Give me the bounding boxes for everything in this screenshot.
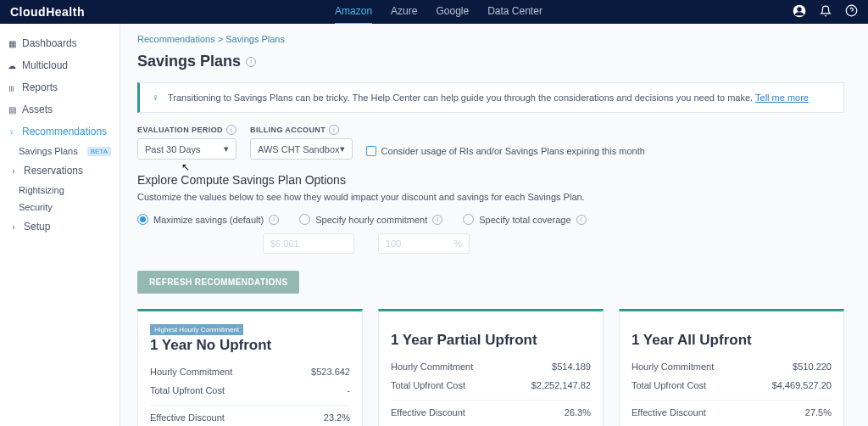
sidebar-item-rightsizing[interactable]: Rightsizing <box>0 182 120 199</box>
radio-maximize-savings[interactable]: Maximize savings (default)i <box>137 214 279 225</box>
card-title: 1 Year No Upfront <box>150 337 350 354</box>
info-alert: ♀ Transitioning to Savings Plans can be … <box>137 82 844 113</box>
billing-account-group: BILLING ACCOUNTi AWS CHT Sandbox▾ <box>250 125 353 160</box>
sidebar-item-label: Savings Plans <box>19 146 78 156</box>
dashboards-icon: ▦ <box>7 39 17 48</box>
info-icon[interactable]: i <box>432 215 442 225</box>
sidebar-item-label: Recommendations <box>22 126 107 137</box>
card-1yr-partial-upfront: 1 Year Partial Upfront Hourly Commitment… <box>378 309 604 426</box>
radio-icon <box>137 214 148 225</box>
info-icon[interactable]: i <box>269 215 279 225</box>
tell-me-more-link[interactable]: Tell me more <box>755 92 809 103</box>
radio-total-coverage[interactable]: Specify total coveragei <box>463 214 586 225</box>
alert-body: Transitioning to Savings Plans can be tr… <box>168 92 755 103</box>
tab-azure[interactable]: Azure <box>391 0 417 25</box>
sidebar-item-reports[interactable]: ⫼Reports <box>0 76 120 98</box>
alert-text: Transitioning to Savings Plans can be tr… <box>168 92 809 103</box>
card-title: 1 Year All Upfront <box>632 332 832 349</box>
recommendation-cards: Highest Hourly Commitment 1 Year No Upfr… <box>137 309 844 426</box>
chevron-right-icon: › <box>8 166 19 176</box>
tab-amazon[interactable]: Amazon <box>335 0 372 25</box>
sidebar-item-dashboards[interactable]: ▦Dashboards <box>0 32 120 54</box>
beta-badge: BETA <box>87 147 111 156</box>
help-icon[interactable] <box>845 4 858 20</box>
main-content: Recommendations > Savings Plans Savings … <box>120 24 868 426</box>
info-icon[interactable]: i <box>576 215 587 225</box>
total-coverage-input: 100% <box>378 233 470 254</box>
sidebar-item-assets[interactable]: ▤Assets <box>0 98 120 121</box>
sidebar-item-setup[interactable]: ›Setup <box>0 216 120 238</box>
user-icon[interactable] <box>793 4 806 20</box>
tab-datacenter[interactable]: Data Center <box>487 0 542 25</box>
chevron-right-icon: › <box>8 222 19 232</box>
hourly-commitment-input: $6.001 <box>263 233 354 254</box>
sidebar-item-label: Reservations <box>24 165 83 177</box>
evaluation-period-select[interactable]: Past 30 Days▾ <box>137 138 236 160</box>
sidebar-item-label: Dashboards <box>22 37 77 49</box>
expiring-checkbox-row: Consider usage of RIs and/or Savings Pla… <box>366 146 645 156</box>
card-row-hourly: Hourly Commitment$510.220 <box>632 357 832 376</box>
billing-account-select[interactable]: AWS CHT Sandbox▾ <box>250 138 353 160</box>
breadcrumb: Recommendations > Savings Plans <box>137 34 844 44</box>
card-row-coverage: Total Coverage Rate91.9% ↑ 24.4% <box>391 422 591 426</box>
explore-section-title: Explore Compute Savings Plan Options <box>137 173 844 187</box>
page-title-text: Savings Plans <box>137 53 241 70</box>
tab-google[interactable]: Google <box>436 0 469 25</box>
card-row-discount: Effective Discount26.3% <box>391 400 591 422</box>
chevron-down-icon: ▾ <box>340 143 345 154</box>
sidebar-item-multicloud[interactable]: ☁Multicloud <box>0 54 120 76</box>
cursor-icon: ↖ <box>181 161 190 173</box>
sidebar-item-reservations[interactable]: ›Reservations <box>0 160 120 182</box>
highest-commitment-badge: Highest Hourly Commitment <box>150 324 243 335</box>
top-nav: Amazon Azure Google Data Center <box>85 0 793 25</box>
evaluation-period-label: EVALUATION PERIODi <box>137 125 236 135</box>
bell-icon[interactable] <box>820 5 832 20</box>
bulb-icon: ♀ <box>7 127 17 137</box>
cloud-icon: ☁ <box>7 61 17 70</box>
disabled-inputs: $6.001 100% <box>263 233 844 254</box>
billing-account-label: BILLING ACCOUNTi <box>250 125 353 135</box>
breadcrumb-recommendations[interactable]: Recommendations <box>137 34 215 44</box>
sidebar-item-security[interactable]: Security <box>0 199 120 216</box>
assets-icon: ▤ <box>7 105 17 115</box>
radio-label: Maximize savings (default) <box>153 215 264 225</box>
select-value: Past 30 Days <box>145 144 200 154</box>
explore-section-desc: Customize the values below to see how th… <box>137 192 844 202</box>
sidebar-item-recommendations[interactable]: ♀Recommendations <box>0 121 120 143</box>
expiring-checkbox-label: Consider usage of RIs and/or Savings Pla… <box>381 146 645 156</box>
card-1yr-all-upfront: 1 Year All Upfront Hourly Commitment$510… <box>619 309 844 426</box>
card-row-upfront: Total Upfront Cost$2,252,147.82 <box>391 376 591 395</box>
bulb-icon: ♀ <box>152 92 159 104</box>
expiring-checkbox[interactable] <box>366 146 376 156</box>
topbar-icons <box>793 4 858 20</box>
select-value: AWS CHT Sandbox <box>258 144 340 154</box>
evaluation-period-group: EVALUATION PERIODi Past 30 Days▾ <box>137 125 236 160</box>
info-icon[interactable]: i <box>226 125 236 135</box>
card-1yr-no-upfront: Highest Hourly Commitment 1 Year No Upfr… <box>137 309 363 426</box>
topbar: CloudHealth Amazon Azure Google Data Cen… <box>0 0 868 24</box>
sidebar-item-label: Setup <box>24 221 50 233</box>
radio-icon <box>463 214 474 225</box>
sidebar-sub-savings-plans[interactable]: Savings PlansBETA <box>0 143 120 160</box>
info-icon[interactable]: i <box>246 57 256 67</box>
sidebar-item-label: Reports <box>22 81 58 93</box>
card-title: 1 Year Partial Upfront <box>391 332 591 349</box>
radio-hourly-commitment[interactable]: Specify hourly commitmenti <box>299 214 442 225</box>
refresh-recommendations-button[interactable]: REFRESH RECOMMENDATIONS <box>137 271 299 294</box>
card-row-hourly: Hourly Commitment$514.189 <box>391 357 591 376</box>
card-row-discount: Effective Discount27.5% <box>632 400 832 422</box>
info-icon[interactable]: i <box>329 125 339 135</box>
breadcrumb-savings-plans[interactable]: Savings Plans <box>225 34 285 44</box>
card-row-upfront: Total Upfront Cost- <box>150 381 350 400</box>
radio-icon <box>299 214 310 225</box>
sidebar: ▦Dashboards ☁Multicloud ⫼Reports ▤Assets… <box>0 24 120 426</box>
sidebar-item-label: Multicloud <box>22 59 68 71</box>
brand-logo: CloudHealth <box>10 5 85 19</box>
options-radio-row: Maximize savings (default)i Specify hour… <box>137 214 844 225</box>
sidebar-item-label: Rightsizing <box>19 185 64 195</box>
chevron-down-icon: ▾ <box>224 143 229 154</box>
page-title: Savings Plans i <box>137 53 844 70</box>
radio-label: Specify hourly commitment <box>315 215 427 225</box>
radio-label: Specify total coverage <box>479 215 570 225</box>
card-row-upfront: Total Upfront Cost$4,469,527.20 <box>632 376 832 395</box>
